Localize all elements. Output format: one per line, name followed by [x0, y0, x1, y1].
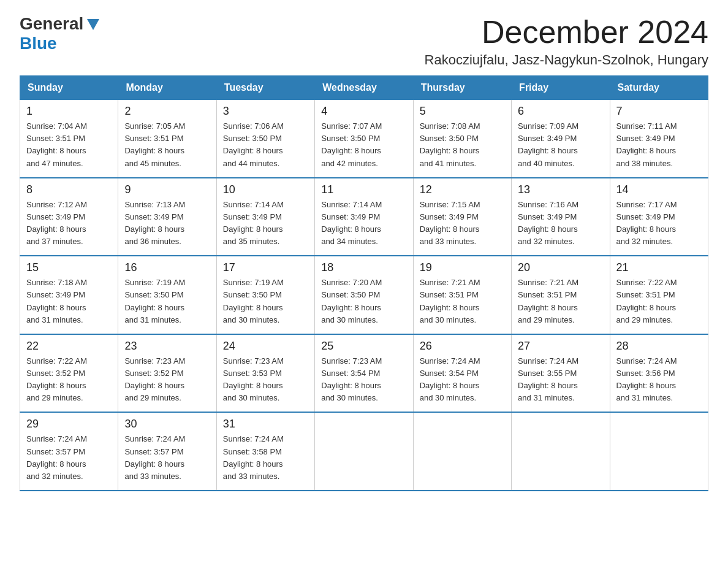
day-number: 3 — [223, 105, 308, 118]
calendar-cell: 20 Sunrise: 7:21 AM Sunset: 3:51 PM Dayl… — [512, 256, 610, 334]
day-detail: Sunrise: 7:15 AM Sunset: 3:49 PM Dayligh… — [420, 199, 505, 248]
weekday-header-thursday: Thursday — [413, 76, 511, 100]
day-number: 4 — [321, 105, 406, 118]
calendar-cell — [413, 412, 511, 491]
calendar-cell: 1 Sunrise: 7:04 AM Sunset: 3:51 PM Dayli… — [20, 100, 118, 178]
day-detail: Sunrise: 7:14 AM Sunset: 3:49 PM Dayligh… — [321, 199, 406, 248]
day-detail: Sunrise: 7:24 AM Sunset: 3:58 PM Dayligh… — [223, 433, 308, 483]
calendar-cell: 12 Sunrise: 7:15 AM Sunset: 3:49 PM Dayl… — [413, 178, 511, 256]
day-detail: Sunrise: 7:24 AM Sunset: 3:57 PM Dayligh… — [26, 433, 112, 483]
calendar-cell: 22 Sunrise: 7:22 AM Sunset: 3:52 PM Dayl… — [20, 334, 118, 413]
day-detail: Sunrise: 7:24 AM Sunset: 3:57 PM Dayligh… — [124, 433, 210, 483]
day-detail: Sunrise: 7:07 AM Sunset: 3:50 PM Dayligh… — [321, 120, 406, 170]
day-number: 15 — [26, 261, 112, 274]
calendar-week-row: 15 Sunrise: 7:18 AM Sunset: 3:49 PM Dayl… — [20, 256, 708, 334]
calendar-cell: 23 Sunrise: 7:23 AM Sunset: 3:52 PM Dayl… — [118, 334, 216, 413]
day-number: 9 — [124, 183, 210, 196]
calendar-cell: 17 Sunrise: 7:19 AM Sunset: 3:50 PM Dayl… — [216, 256, 314, 334]
calendar-cell: 2 Sunrise: 7:05 AM Sunset: 3:51 PM Dayli… — [118, 100, 216, 178]
main-title: December 2024 — [425, 15, 708, 50]
day-number: 7 — [616, 105, 702, 118]
calendar-week-row: 1 Sunrise: 7:04 AM Sunset: 3:51 PM Dayli… — [20, 100, 708, 178]
day-number: 5 — [420, 105, 505, 118]
day-number: 28 — [616, 340, 702, 353]
day-number: 8 — [26, 183, 112, 196]
day-number: 10 — [223, 183, 308, 196]
day-detail: Sunrise: 7:04 AM Sunset: 3:51 PM Dayligh… — [26, 120, 112, 170]
day-number: 1 — [26, 105, 112, 118]
calendar-cell — [315, 412, 413, 491]
calendar-cell: 27 Sunrise: 7:24 AM Sunset: 3:55 PM Dayl… — [512, 334, 610, 413]
day-detail: Sunrise: 7:20 AM Sunset: 3:50 PM Dayligh… — [321, 277, 406, 326]
day-number: 21 — [616, 261, 702, 274]
logo: General Blue — [20, 15, 102, 53]
day-detail: Sunrise: 7:13 AM Sunset: 3:49 PM Dayligh… — [124, 199, 210, 248]
calendar-cell: 18 Sunrise: 7:20 AM Sunset: 3:50 PM Dayl… — [315, 256, 413, 334]
calendar-cell: 7 Sunrise: 7:11 AM Sunset: 3:49 PM Dayli… — [610, 100, 708, 178]
calendar-cell: 29 Sunrise: 7:24 AM Sunset: 3:57 PM Dayl… — [20, 412, 118, 491]
calendar-cell: 3 Sunrise: 7:06 AM Sunset: 3:50 PM Dayli… — [216, 100, 314, 178]
day-detail: Sunrise: 7:22 AM Sunset: 3:52 PM Dayligh… — [26, 355, 112, 405]
weekday-header-monday: Monday — [118, 76, 216, 100]
day-number: 13 — [518, 183, 603, 196]
calendar-cell — [512, 412, 610, 491]
day-number: 22 — [26, 340, 112, 353]
day-number: 16 — [124, 261, 210, 274]
title-area: December 2024 Rakocziujfalu, Jasz-Nagyku… — [425, 15, 708, 68]
calendar-cell: 6 Sunrise: 7:09 AM Sunset: 3:49 PM Dayli… — [512, 100, 610, 178]
calendar-cell: 25 Sunrise: 7:23 AM Sunset: 3:54 PM Dayl… — [315, 334, 413, 413]
day-number: 17 — [223, 261, 308, 274]
calendar-cell: 11 Sunrise: 7:14 AM Sunset: 3:49 PM Dayl… — [315, 178, 413, 256]
calendar-cell: 31 Sunrise: 7:24 AM Sunset: 3:58 PM Dayl… — [216, 412, 314, 491]
day-number: 12 — [420, 183, 505, 196]
calendar-cell: 10 Sunrise: 7:14 AM Sunset: 3:49 PM Dayl… — [216, 178, 314, 256]
day-number: 30 — [124, 418, 210, 431]
calendar-cell: 28 Sunrise: 7:24 AM Sunset: 3:56 PM Dayl… — [610, 334, 708, 413]
day-detail: Sunrise: 7:06 AM Sunset: 3:50 PM Dayligh… — [223, 120, 308, 170]
calendar-header: SundayMondayTuesdayWednesdayThursdayFrid… — [20, 76, 708, 100]
day-number: 29 — [26, 418, 112, 431]
calendar-table: SundayMondayTuesdayWednesdayThursdayFrid… — [20, 75, 708, 491]
page-header: General Blue December 2024 Rakocziujfalu… — [20, 15, 708, 68]
calendar-cell: 19 Sunrise: 7:21 AM Sunset: 3:51 PM Dayl… — [413, 256, 511, 334]
calendar-cell: 4 Sunrise: 7:07 AM Sunset: 3:50 PM Dayli… — [315, 100, 413, 178]
weekday-header-row: SundayMondayTuesdayWednesdayThursdayFrid… — [20, 76, 708, 100]
day-detail: Sunrise: 7:22 AM Sunset: 3:51 PM Dayligh… — [616, 277, 702, 326]
day-detail: Sunrise: 7:14 AM Sunset: 3:49 PM Dayligh… — [223, 199, 308, 248]
day-detail: Sunrise: 7:23 AM Sunset: 3:53 PM Dayligh… — [223, 355, 308, 405]
day-number: 2 — [124, 105, 210, 118]
weekday-header-wednesday: Wednesday — [315, 76, 413, 100]
calendar-week-row: 29 Sunrise: 7:24 AM Sunset: 3:57 PM Dayl… — [20, 412, 708, 491]
calendar-cell: 14 Sunrise: 7:17 AM Sunset: 3:49 PM Dayl… — [610, 178, 708, 256]
weekday-header-friday: Friday — [512, 76, 610, 100]
day-number: 23 — [124, 340, 210, 353]
day-number: 11 — [321, 183, 406, 196]
calendar-cell — [610, 412, 708, 491]
calendar-week-row: 22 Sunrise: 7:22 AM Sunset: 3:52 PM Dayl… — [20, 334, 708, 413]
day-number: 26 — [420, 340, 505, 353]
day-detail: Sunrise: 7:05 AM Sunset: 3:51 PM Dayligh… — [124, 120, 210, 170]
calendar-cell: 8 Sunrise: 7:12 AM Sunset: 3:49 PM Dayli… — [20, 178, 118, 256]
day-detail: Sunrise: 7:19 AM Sunset: 3:50 PM Dayligh… — [124, 277, 210, 326]
weekday-header-saturday: Saturday — [610, 76, 708, 100]
calendar-cell: 30 Sunrise: 7:24 AM Sunset: 3:57 PM Dayl… — [118, 412, 216, 491]
day-number: 27 — [518, 340, 603, 353]
day-detail: Sunrise: 7:18 AM Sunset: 3:49 PM Dayligh… — [26, 277, 112, 326]
day-number: 25 — [321, 340, 406, 353]
day-number: 14 — [616, 183, 702, 196]
day-number: 24 — [223, 340, 308, 353]
calendar-cell: 26 Sunrise: 7:24 AM Sunset: 3:54 PM Dayl… — [413, 334, 511, 413]
day-detail: Sunrise: 7:08 AM Sunset: 3:50 PM Dayligh… — [420, 120, 505, 170]
day-detail: Sunrise: 7:24 AM Sunset: 3:56 PM Dayligh… — [616, 355, 702, 405]
calendar-cell: 9 Sunrise: 7:13 AM Sunset: 3:49 PM Dayli… — [118, 178, 216, 256]
day-number: 19 — [420, 261, 505, 274]
calendar-cell: 21 Sunrise: 7:22 AM Sunset: 3:51 PM Dayl… — [610, 256, 708, 334]
day-detail: Sunrise: 7:17 AM Sunset: 3:49 PM Dayligh… — [616, 199, 702, 248]
logo-blue-text: Blue — [20, 34, 57, 53]
calendar-cell: 5 Sunrise: 7:08 AM Sunset: 3:50 PM Dayli… — [413, 100, 511, 178]
calendar-cell: 24 Sunrise: 7:23 AM Sunset: 3:53 PM Dayl… — [216, 334, 314, 413]
calendar-body: 1 Sunrise: 7:04 AM Sunset: 3:51 PM Dayli… — [20, 100, 708, 491]
day-detail: Sunrise: 7:21 AM Sunset: 3:51 PM Dayligh… — [420, 277, 505, 326]
day-detail: Sunrise: 7:24 AM Sunset: 3:54 PM Dayligh… — [420, 355, 505, 405]
day-detail: Sunrise: 7:12 AM Sunset: 3:49 PM Dayligh… — [26, 199, 112, 248]
